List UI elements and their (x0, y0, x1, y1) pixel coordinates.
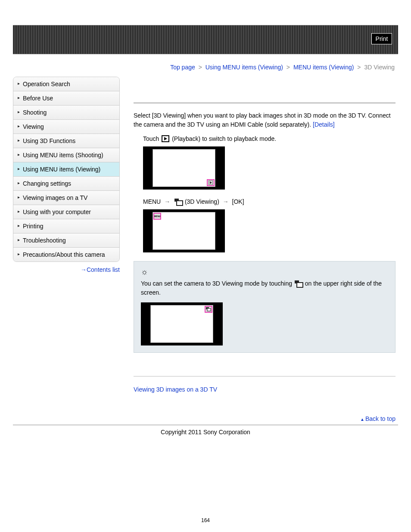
sidebar-item-before-use[interactable]: Before Use (13, 91, 119, 106)
tip-text-part: You can set the camera to 3D Viewing mod… (141, 280, 294, 287)
lightbulb-icon: ☼ (141, 268, 388, 277)
sidebar: Operation Search Before Use Shooting Vie… (13, 77, 120, 422)
menu-button-highlight: MENU (153, 213, 161, 220)
print-button[interactable]: Print (371, 33, 392, 44)
triangle-up-icon: ▲ (360, 417, 364, 422)
arrow-right-icon (164, 198, 170, 205)
divider (134, 376, 395, 376)
footer-divider (13, 425, 398, 425)
arrow-right-icon (223, 198, 229, 205)
breadcrumb-link-menu-viewing[interactable]: Using MENU items (Viewing) (206, 64, 283, 71)
copyright: Copyright 2011 Sony Corporation (0, 429, 411, 436)
back-to-top-link[interactable]: Back to top (365, 415, 395, 422)
sidebar-item-viewing[interactable]: Viewing (13, 120, 119, 134)
breadcrumb-link-top[interactable]: Top page (170, 64, 195, 71)
sidebar-item-images-tv[interactable]: Viewing images on a TV (13, 191, 119, 205)
screen-mockup-playback (143, 146, 225, 190)
screen-mockup-tip (141, 302, 223, 345)
breadcrumb: Top page > Using MENU items (Viewing) > … (0, 64, 395, 71)
svg-rect-2 (207, 308, 211, 311)
divider (134, 103, 395, 103)
contents-list-link[interactable]: Contents list (87, 266, 120, 273)
sidebar-item-3d-functions[interactable]: Using 3D Functions (13, 134, 119, 148)
back-to-top-wrap: ▲Back to top (134, 415, 395, 422)
intro-text-part: Select [3D Viewing] when you want to pla… (134, 112, 391, 128)
contents-list-link-wrap: →Contents list (13, 266, 120, 273)
step-text: Touch (143, 135, 161, 142)
three-d-icon (174, 199, 182, 205)
breadcrumb-sep: > (357, 64, 361, 71)
related-link[interactable]: Viewing 3D images on a 3D TV (134, 386, 217, 393)
details-link[interactable]: [Details] (313, 121, 335, 128)
breadcrumb-link-menu-items[interactable]: MENU items (Viewing) (293, 64, 354, 71)
three-d-button-highlight (205, 306, 212, 313)
screen-mockup-menu: MENU (143, 209, 225, 252)
sidebar-item-menu-shooting[interactable]: Using MENU items (Shooting) (13, 148, 119, 162)
menu-label: MENU (143, 198, 161, 205)
breadcrumb-sep: > (286, 64, 290, 71)
playback-button-highlight (207, 179, 215, 186)
step-playback: Touch (Playback) to switch to playback m… (143, 135, 395, 142)
sidebar-item-menu-viewing[interactable]: Using MENU items (Viewing) (13, 162, 119, 177)
header-bar: Print (13, 25, 398, 54)
sidebar-item-printing[interactable]: Printing (13, 219, 119, 233)
step-text: (Playback) to switch to playback mode. (170, 135, 276, 142)
main-content: Select [3D Viewing] when you want to pla… (134, 77, 398, 422)
sidebar-item-operation-search[interactable]: Operation Search (13, 77, 119, 91)
sidebar-item-computer[interactable]: Using with your computer (13, 205, 119, 219)
three-d-label: (3D Viewing) (183, 198, 219, 205)
tip-box: ☼ You can set the camera to 3D Viewing m… (134, 261, 395, 353)
arrow-right-icon: → (81, 266, 86, 273)
playback-icon (162, 135, 169, 142)
step-menu-path: MENU (3D Viewing) [OK] (143, 198, 395, 205)
sidebar-item-troubleshooting[interactable]: Troubleshooting (13, 233, 119, 248)
tip-text: You can set the camera to 3D Viewing mod… (141, 279, 388, 297)
three-d-icon (295, 280, 302, 286)
intro-text: Select [3D Viewing] when you want to pla… (134, 111, 395, 129)
breadcrumb-current: 3D Viewing (364, 64, 395, 71)
sidebar-item-shooting[interactable]: Shooting (13, 106, 119, 120)
sidebar-nav: Operation Search Before Use Shooting Vie… (13, 77, 120, 262)
page-number: 164 (0, 517, 411, 532)
sidebar-item-precautions[interactable]: Precautions/About this camera (13, 248, 119, 261)
breadcrumb-sep: > (199, 64, 202, 71)
ok-label: [OK] (232, 198, 244, 205)
sidebar-item-changing-settings[interactable]: Changing settings (13, 177, 119, 191)
related-link-wrap: Viewing 3D images on a 3D TV (134, 386, 395, 393)
